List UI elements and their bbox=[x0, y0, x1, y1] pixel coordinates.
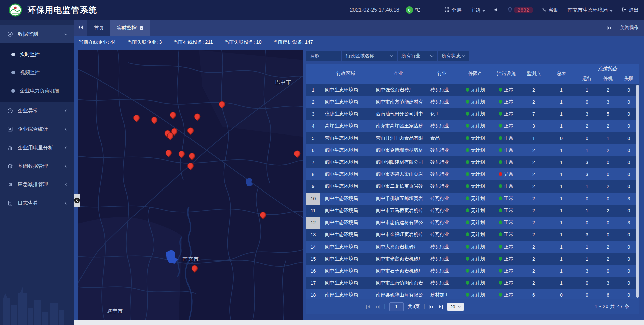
col-停机: 停机 bbox=[598, 74, 619, 84]
table-row[interactable]: 16 阆中生态环境局 阆中市石子页岩机砖厂 砖瓦行业 无计划 正常 2 1 3 … bbox=[306, 265, 639, 277]
sound-mute-button[interactable] bbox=[494, 7, 498, 13]
caret-down-icon bbox=[482, 7, 485, 13]
table-row[interactable]: 5 营山生态环境局 营山县润丰肉食品有限 食品 无计划 正常 1 0 0 1 0 bbox=[306, 132, 639, 144]
cell-total-meters: 1 bbox=[547, 120, 576, 132]
map-pin-icon[interactable] bbox=[193, 112, 202, 121]
map-pin-icon[interactable] bbox=[177, 149, 186, 158]
table-row[interactable]: 14 阆中生态环境局 阆中大兴页岩机砖厂 砖瓦行业 无计划 正常 2 1 1 2… bbox=[306, 241, 639, 253]
table-row[interactable]: 10 阆中生态环境局 阆中千佛镇五郎垭页岩 砖瓦行业 无计划 正常 2 1 0 … bbox=[306, 193, 639, 205]
sidebar-item-实时监控[interactable]: 实时监控 bbox=[0, 45, 74, 63]
region-filter-select[interactable]: 行政区域名称 bbox=[342, 51, 397, 61]
table-row[interactable]: 18 南部生态环境局 南部县砚华山河有限公 建材加工 无计划 正常 6 0 0 … bbox=[306, 289, 639, 299]
map-pin-icon[interactable] bbox=[168, 110, 177, 119]
table-row[interactable]: 3 仪陇生态环境局 西南油气田分公司川中 化工 无计划 正常 7 1 3 5 0 bbox=[306, 108, 639, 120]
map-panel[interactable]: 巴中市南充市遂宁市 bbox=[78, 50, 303, 320]
cell-limit-production: 无计划 bbox=[459, 289, 492, 299]
table-row[interactable]: 2 阆中生态环境局 阆中市南方节能建材有 砖瓦行业 无计划 正常 2 1 0 3… bbox=[306, 96, 639, 108]
cell-pollution-facility: 正常 bbox=[492, 277, 521, 289]
map-pin-icon[interactable] bbox=[164, 148, 173, 157]
col-group-点位状态: 点位状态 bbox=[576, 64, 639, 74]
sidebar-group-企业异常[interactable]: 企业异常 bbox=[0, 102, 74, 120]
table-row[interactable]: 15 阆中生态环境局 阆中市光富页岩机砖厂 砖瓦行业 无计划 正常 2 1 1 … bbox=[306, 253, 639, 265]
sidebar-group-数据监测[interactable]: 数据监测 bbox=[0, 25, 74, 43]
row-number: 8 bbox=[306, 168, 320, 180]
tab-close-icon[interactable] bbox=[139, 26, 144, 30]
table-row[interactable]: 1 阆中生态环境局 阆中强锐页岩砖厂 砖瓦行业 无计划 正常 2 1 1 2 0 bbox=[306, 84, 639, 96]
cell-total-meters: 1 bbox=[547, 277, 576, 289]
table-row[interactable]: 11 阆中生态环境局 阆中市五马桥页岩机砖 砖瓦行业 无计划 正常 2 1 1 … bbox=[306, 205, 639, 217]
map-pin-icon[interactable] bbox=[187, 151, 197, 160]
status-dot-green bbox=[466, 148, 469, 152]
sidebar-group-应急减排管理[interactable]: 应急减排管理 bbox=[0, 175, 74, 194]
cell-limit-production: 无计划 bbox=[459, 253, 492, 265]
industry-filter-select[interactable]: 所有行业 bbox=[398, 51, 437, 61]
table-row[interactable]: 17 阆中生态环境局 阆中市江南镇阆南页岩 砖瓦行业 无计划 正常 2 1 0 … bbox=[306, 277, 639, 289]
cell-total-meters: 1 bbox=[547, 144, 576, 156]
cell-total-meters: 1 bbox=[547, 84, 576, 96]
status-dot-green bbox=[466, 281, 469, 285]
tab-首页[interactable]: 首页 bbox=[87, 20, 110, 36]
cell-limit-production: 无计划 bbox=[459, 217, 492, 229]
sidebar-group-日志查看[interactable]: 日志查看 bbox=[0, 194, 74, 212]
table-row[interactable]: 9 阆中生态环境局 阆中市二龙长宝页岩砖 砖瓦行业 无计划 正常 2 1 1 2… bbox=[306, 180, 639, 193]
table-row[interactable]: 4 高坪生态环境局 南充市高坪区王家店建 砖瓦行业 无计划 正常 3 1 2 2… bbox=[306, 120, 639, 132]
cell-company: 阆中市石子页岩机砖厂 bbox=[371, 265, 426, 277]
sidebar-group-基础数据管理[interactable]: 基础数据管理 bbox=[0, 157, 74, 175]
cell-industry: 化工 bbox=[426, 108, 459, 120]
help-button[interactable]: 帮助 bbox=[542, 7, 559, 13]
tab-实时监控[interactable]: 实时监控 bbox=[110, 20, 150, 36]
first-page-button[interactable] bbox=[366, 305, 371, 309]
table-scrollbar[interactable] bbox=[636, 85, 639, 298]
status-dot-green bbox=[499, 245, 502, 249]
cell-pollution-facility: 正常 bbox=[492, 193, 521, 205]
tabs-scroll-right-button[interactable] bbox=[607, 26, 612, 30]
prev-page-button[interactable] bbox=[375, 305, 380, 309]
map-pin-icon[interactable] bbox=[150, 115, 159, 124]
stat-当前失联企业: 当前失联企业: 3 bbox=[127, 39, 162, 45]
notifications-button[interactable]: 2632 bbox=[507, 7, 533, 13]
map-pin-icon[interactable] bbox=[132, 113, 141, 122]
table-row[interactable]: 12 阆中生态环境局 阆中市忠信建材有限公 砖瓦行业 无计划 正常 2 1 0 … bbox=[306, 217, 639, 229]
map-pin-icon[interactable] bbox=[293, 149, 302, 158]
table-row[interactable]: 13 阆中生态环境局 阆中市金福旺页岩机砖 砖瓦行业 无计划 正常 2 1 3 … bbox=[306, 229, 639, 241]
logout-button[interactable]: 退出 bbox=[622, 7, 639, 13]
map-pin-icon[interactable] bbox=[258, 210, 267, 219]
map-pin-icon[interactable] bbox=[217, 100, 226, 109]
close-operations-button[interactable]: 关闭操作 bbox=[620, 25, 639, 31]
sidebar-group-企业用电量分析[interactable]: 企业用电量分析 bbox=[0, 139, 74, 157]
temperature-badge: 0 bbox=[406, 6, 413, 14]
status-dot-green bbox=[466, 172, 469, 176]
page-size-select[interactable]: 20 bbox=[447, 303, 464, 311]
sidebar-group-企业综合统计[interactable]: 企业综合统计 bbox=[0, 120, 74, 139]
sidebar-group-label: 企业异常 bbox=[18, 108, 64, 114]
fullscreen-button[interactable]: 全屏 bbox=[444, 7, 462, 13]
map-pin-icon[interactable] bbox=[186, 126, 195, 135]
cell-company: 阆中市二龙长宝页岩砖 bbox=[371, 180, 426, 193]
page-number-input[interactable]: 1 bbox=[389, 302, 404, 311]
sidebar-item-企业电力负荷明细[interactable]: 企业电力负荷明细 bbox=[0, 82, 74, 100]
name-filter-input[interactable] bbox=[306, 53, 341, 59]
theme-dropdown[interactable]: 主题 bbox=[470, 7, 485, 13]
map-collapse-button[interactable] bbox=[74, 194, 80, 207]
sidebar-item-视频监控[interactable]: 视频监控 bbox=[0, 63, 74, 82]
cell-stopped: 2 bbox=[598, 241, 619, 253]
cell-pollution-facility: 正常 bbox=[492, 108, 521, 120]
cell-running: 1 bbox=[576, 253, 598, 265]
status-dot-green bbox=[499, 148, 502, 152]
next-page-button[interactable] bbox=[429, 305, 434, 309]
cell-company: 南部县砚华山河有限公 bbox=[371, 289, 426, 299]
cell-limit-production: 无计划 bbox=[459, 84, 492, 96]
map-pin-icon[interactable] bbox=[186, 161, 195, 170]
cell-running: 3 bbox=[576, 265, 598, 277]
user-dropdown[interactable]: 南充市生态环境局 bbox=[568, 7, 613, 13]
table-row[interactable]: 8 阆中生态环境局 阆中市枣碧大梁山页岩 砖瓦行业 无计划 异常 2 1 3 0… bbox=[306, 168, 639, 180]
table-row[interactable]: 6 阆中生态环境局 阆中市金博瑞新型墙材 砖瓦行业 无计划 正常 2 1 1 2… bbox=[306, 144, 639, 156]
enterprise-table: 行政区域企业行业停限产治污设施监测点总表 点位状态 运行停机失联 1 阆中生态环… bbox=[306, 64, 639, 299]
stats-bar: 当前在线企业: 44当前失联企业: 3当前在线设备: 211当前失联设备: 10… bbox=[74, 36, 644, 49]
table-row[interactable]: 7 阆中生态环境局 阆中明阳建材有限公司 砖瓦行业 无计划 正常 2 1 3 0… bbox=[306, 156, 639, 168]
status-filter-select[interactable]: 所有状态 bbox=[438, 51, 469, 61]
map-pin-icon[interactable] bbox=[190, 264, 199, 273]
last-page-button[interactable] bbox=[438, 305, 443, 309]
tabs-scroll-left-button[interactable] bbox=[74, 20, 87, 36]
cell-monitor-points: 2 bbox=[521, 229, 547, 241]
